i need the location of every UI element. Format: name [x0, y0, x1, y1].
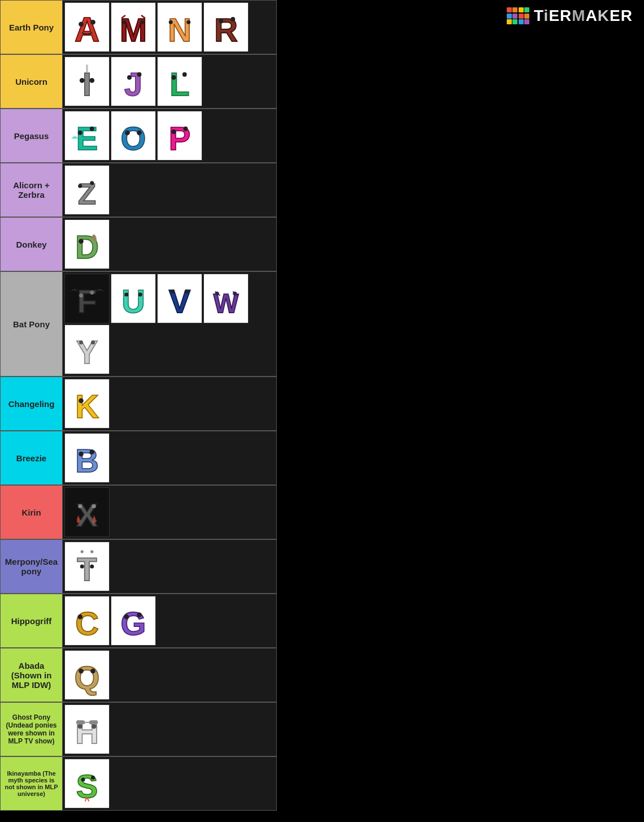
tier-row-ghost-pony: Ghost Pony (Undead ponies were shown in … — [0, 702, 277, 756]
svg-point-7 — [140, 20, 144, 24]
svg-point-111 — [91, 776, 95, 780]
tier-label-merpony: Merpony/Sea pony — [1, 540, 63, 593]
svg-point-49 — [79, 239, 84, 244]
svg-point-72 — [91, 340, 95, 344]
tier-row-donkey: Donkey D — [0, 217, 277, 271]
tier-label-abada: Abada (Shown in MLP IDW) — [1, 648, 63, 702]
list-item: X — [64, 487, 110, 537]
tier-row-changeling: Changeling K — [0, 377, 277, 431]
tier-items-breezie: B — [63, 431, 276, 484]
svg-text:P: P — [169, 120, 191, 157]
svg-point-54 — [90, 291, 94, 295]
list-item: Q — [64, 650, 110, 700]
svg-text:D: D — [75, 229, 99, 265]
svg-point-46 — [90, 181, 94, 185]
svg-text:C: C — [75, 605, 99, 642]
svg-text:J: J — [124, 66, 142, 102]
svg-text:K: K — [75, 388, 99, 425]
list-item: U — [111, 274, 156, 323]
tier-row-alicorn: Alicorn + Zerbra Z — [0, 163, 277, 217]
svg-point-87 — [90, 565, 94, 569]
svg-text:B: B — [75, 443, 99, 479]
svg-point-25 — [127, 75, 132, 80]
tier-row-ikinayamba: Ikinayamba (The myth species is not show… — [0, 756, 277, 811]
svg-text:Q: Q — [75, 660, 100, 696]
list-item: P — [157, 111, 202, 161]
svg-point-104 — [92, 724, 97, 729]
list-item: L — [157, 57, 202, 106]
tier-items-alicorn: Z — [63, 163, 276, 217]
svg-point-21 — [89, 78, 94, 83]
svg-point-12 — [169, 20, 173, 24]
svg-point-3 — [90, 20, 95, 25]
list-item: A — [64, 2, 110, 52]
svg-point-38 — [137, 130, 142, 135]
tier-items-changeling: K — [63, 377, 276, 430]
list-item: F — [64, 274, 110, 323]
list-item: G — [111, 596, 156, 646]
svg-point-13 — [186, 20, 190, 24]
svg-point-29 — [172, 75, 176, 80]
tier-label-kirin: Kirin — [1, 486, 63, 539]
svg-text:H: H — [75, 714, 99, 750]
tier-label-earth-pony: Earth Pony — [1, 1, 63, 54]
svg-point-30 — [182, 72, 187, 77]
svg-point-86 — [80, 565, 84, 569]
svg-point-17 — [230, 17, 235, 21]
list-item: D — [64, 219, 110, 269]
list-item: S — [64, 759, 110, 808]
svg-text:G: G — [121, 605, 146, 642]
svg-point-96 — [137, 612, 142, 617]
svg-text:V: V — [169, 283, 191, 319]
tier-label-hippogriff: Hippogriff — [1, 594, 63, 647]
tier-items-bat-pony: F U — [63, 272, 276, 376]
svg-point-26 — [137, 72, 142, 77]
svg-text:S: S — [76, 768, 98, 804]
svg-text:N: N — [168, 12, 192, 48]
tier-items-unicorn: I J — [63, 55, 276, 108]
list-item: R — [203, 2, 249, 52]
tier-items-donkey: D — [63, 218, 276, 271]
tier-row-earth-pony: Earth Pony A M — [0, 0, 277, 54]
svg-text:X: X — [76, 497, 98, 533]
tier-row-breezie: Breezie B — [0, 431, 277, 485]
svg-point-103 — [77, 724, 82, 729]
svg-point-95 — [124, 615, 129, 620]
tier-row-hippogriff: Hippogriff C G — [0, 594, 277, 648]
tiermaker-logo: TiERMAKER — [507, 7, 633, 25]
svg-text:L: L — [169, 66, 189, 102]
list-item: B — [64, 433, 110, 483]
svg-point-83 — [92, 504, 96, 508]
svg-point-62 — [185, 289, 189, 293]
list-item: J — [111, 57, 156, 106]
tier-items-kirin: X — [63, 486, 276, 539]
tier-items-hippogriff: C G — [63, 594, 276, 647]
tier-items-merpony: T — [63, 540, 276, 593]
svg-text:E: E — [76, 120, 98, 157]
svg-point-57 — [124, 293, 128, 297]
list-item: C — [64, 596, 110, 646]
page-wrapper: TiERMAKER Earth Pony A — [0, 0, 644, 811]
svg-point-6 — [123, 20, 127, 24]
tier-items-pegasus: E O — [63, 109, 276, 162]
tier-label-ikinayamba: Ikinayamba (The myth species is not show… — [1, 757, 63, 810]
list-item: Z — [64, 165, 110, 215]
tier-label-ghost-pony: Ghost Pony (Undead ponies were shown in … — [1, 703, 63, 756]
list-item: V — [157, 274, 202, 323]
svg-text:R: R — [214, 12, 238, 48]
tier-row-kirin: Kirin X — [0, 485, 277, 539]
svg-point-82 — [78, 504, 82, 508]
list-item: T — [64, 542, 110, 591]
svg-text:U: U — [121, 283, 145, 319]
svg-point-100 — [90, 669, 95, 674]
list-item: O — [111, 111, 156, 161]
svg-text:A: A — [75, 10, 99, 49]
svg-point-33 — [78, 131, 82, 135]
list-item: W — [203, 274, 249, 323]
svg-text:O: O — [121, 120, 146, 157]
svg-point-34 — [90, 127, 94, 131]
tier-row-merpony: Merpony/Sea pony T — [0, 539, 277, 594]
tier-items-ikinayamba: S — [63, 757, 276, 810]
list-item: K — [64, 379, 110, 429]
svg-point-2 — [79, 21, 84, 27]
